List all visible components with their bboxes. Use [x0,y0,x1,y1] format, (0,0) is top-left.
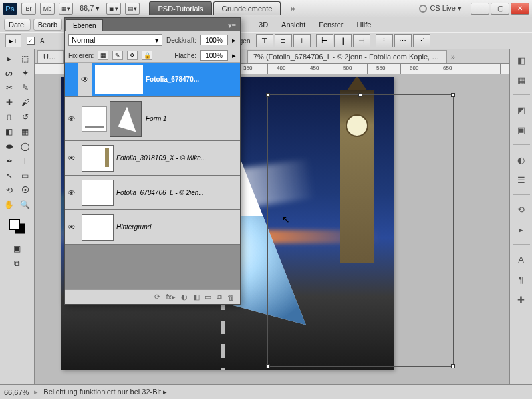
paragraph-panel-icon[interactable]: ¶ [514,273,529,286]
move-tool[interactable]: ▸ [2,52,17,65]
color-swatches[interactable] [9,219,25,234]
history-panel-icon[interactable]: ⟲ [514,203,529,216]
layer-name[interactable]: Fotolia_3018109_X - © Mike... [116,154,240,162]
adjustments-panel-icon[interactable]: ◩ [514,103,529,116]
align-top-icon[interactable]: ⊤ [256,34,273,47]
layer-thumbnail[interactable] [82,214,114,241]
extras-button[interactable]: ▤▾ [125,3,140,15]
handle-tl[interactable] [266,93,270,97]
menu-hilfe[interactable]: Hilfe [351,19,376,30]
visibility-icon[interactable]: 👁 [65,188,79,198]
eraser-tool[interactable]: ◧ [2,125,17,138]
bridge-button[interactable]: Br [21,3,36,15]
info-panel-icon[interactable]: ✚ [514,293,529,306]
lock-pixels-icon[interactable]: ✎ [112,51,123,60]
marquee-tool[interactable]: ⬚ [18,52,33,65]
visibility-icon[interactable]: 👁 [65,154,79,163]
menu-fenster[interactable]: Fenster [313,19,348,30]
mask-icon[interactable]: ◐ [181,293,188,301]
transform-bounds[interactable] [267,94,454,367]
masks-panel-icon[interactable]: ▣ [514,123,529,136]
maximize-button[interactable]: ▢ [491,3,509,15]
fill-input[interactable]: 100% [200,50,228,61]
minimize-button[interactable]: — [471,3,489,15]
shape-fill-thumbnail[interactable] [82,106,107,132]
layers-tab[interactable]: Ebenen [66,19,103,31]
3d-tool[interactable]: ⟲ [2,184,17,197]
status-zoom[interactable]: 66,67% [4,388,29,396]
link-layers-icon[interactable]: ⟳ [154,293,160,301]
blur-tool[interactable]: ⬬ [2,140,17,153]
layer-name[interactable]: Fotolia_678470... [146,76,240,83]
layer-thumbnail[interactable] [95,65,143,94]
history-brush-tool[interactable]: ↺ [18,110,33,124]
workspace-tab-grundelemente[interactable]: Grundelemente [213,1,281,15]
dist-2-icon[interactable]: ⋯ [394,34,412,47]
color-panel-icon[interactable]: ◧ [514,53,529,66]
doc-tab-1[interactable]: Unbe [37,50,64,63]
layers-panel[interactable]: Ebenen ▾≡ Normal▾ Deckkraft: 100% ▸ Fixi… [64,17,241,305]
visibility-icon[interactable]: 👁 [78,63,92,96]
eyedropper-tool[interactable]: ✎ [18,81,33,94]
stamp-tool[interactable]: ⎍ [2,110,17,124]
workspace-more-icon[interactable]: » [286,3,299,13]
wand-tool[interactable]: ✦ [18,66,33,80]
layer-name[interactable]: Hintergrund [116,223,240,231]
menu-bearbeiten[interactable]: Bearb [33,19,62,31]
layers-panel-icon[interactable]: ☰ [514,173,529,186]
dist-3-icon[interactable]: ⋰ [413,34,430,47]
minibridge-button[interactable]: Mb [40,3,55,15]
pen-tool[interactable]: ✒ [2,154,17,168]
group-icon[interactable]: ▭ [205,293,211,301]
hand-tool[interactable]: ✋ [2,198,17,211]
foreground-swatch[interactable] [9,219,20,230]
layer-row[interactable]: 👁 Form 1 [65,97,240,141]
crop-tool[interactable]: ✂ [2,81,17,94]
gradient-tool[interactable]: ▦ [18,125,33,138]
camera-tool[interactable]: ⦿ [18,184,33,197]
lock-transparent-icon[interactable]: ▦ [98,51,108,60]
layer-row[interactable]: 👁 Fotolia_6784706_L - © 2jen... [65,176,240,210]
quickmask-button[interactable]: ▣ [10,242,25,255]
shape-tool[interactable]: ▭ [18,169,33,182]
dist-1-icon[interactable]: ⋮ [376,34,393,47]
handle-tr[interactable] [451,93,455,97]
align-hcenter-icon[interactable]: ∥ [334,34,352,47]
actions-panel-icon[interactable]: ▸ [514,223,529,236]
layer-row[interactable]: 👁 Fotolia_3018109_X - © Mike... [65,141,240,176]
workspace-tab-psdtutorials[interactable]: PSD-Tutorials [149,1,211,15]
arrange-button[interactable]: ▣▾ [106,3,121,15]
align-bottom-icon[interactable]: ⊥ [293,34,311,47]
fill-flyout-icon[interactable]: ▸ [232,51,236,60]
doc-tabs-more-icon[interactable]: » [451,53,455,61]
swatches-panel-icon[interactable]: ▦ [514,73,529,86]
type-tool[interactable]: T [18,154,33,168]
zoom-level[interactable]: 66,7 ▾ [77,4,102,13]
heal-tool[interactable]: ✚ [2,96,17,109]
layer-name[interactable]: Fotolia_6784706_L - © 2jen... [116,189,240,196]
layer-row[interactable]: 👁 Hintergrund [65,210,240,245]
doc-tab-2[interactable]: 7% (Fotolia_6784706_L - © 2jenn - Fotoli… [247,50,447,63]
dodge-tool[interactable]: ◯ [18,140,33,153]
character-panel-icon[interactable]: A [514,253,529,266]
close-button[interactable]: ✕ [511,3,529,15]
lock-position-icon[interactable]: ✥ [127,51,138,60]
visibility-icon[interactable]: 👁 [65,114,79,124]
styles-panel-icon[interactable]: ◐ [514,153,529,166]
fx-icon[interactable]: fx▸ [166,293,176,301]
layer-thumbnail[interactable] [82,145,114,172]
status-message[interactable]: Belichtung funktioniert nur bei 32-Bit ▸ [43,388,167,396]
opacity-flyout-icon[interactable]: ▸ [232,36,236,45]
panel-menu-icon[interactable]: ▾≡ [224,20,240,31]
handle-tc[interactable] [358,93,362,97]
zoom-tool[interactable]: 🔍 [18,198,33,211]
vector-mask-thumbnail[interactable] [110,101,142,137]
cs-live[interactable]: CS Live ▾ [419,4,462,13]
new-layer-icon[interactable]: ⧉ [217,293,222,301]
screenmode-tool[interactable]: ⧉ [10,257,25,270]
lock-all-icon[interactable]: 🔒 [142,51,152,60]
align-left-icon[interactable]: ⊢ [316,34,333,47]
layer-name[interactable]: Form 1 [146,115,240,122]
path-select-tool[interactable]: ↖ [2,169,17,182]
adjustment-icon[interactable]: ◧ [193,293,200,301]
